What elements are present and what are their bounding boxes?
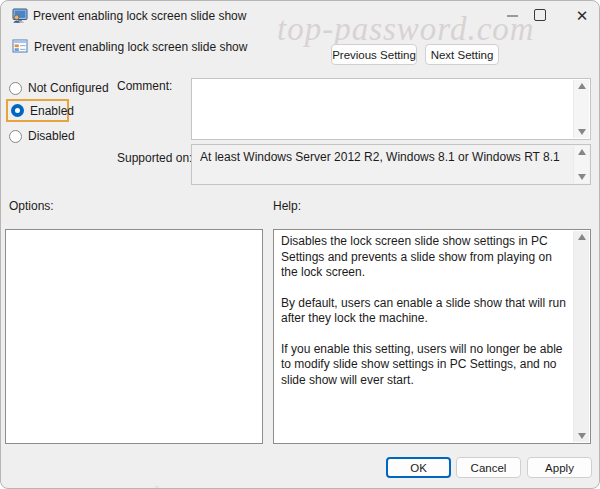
radio-circle-disabled[interactable] [9, 130, 22, 143]
radio-label-enabled: Enabled [30, 104, 74, 118]
supported-on-label: Supported on: [117, 151, 192, 165]
policy-setting-icon [12, 38, 28, 54]
setting-name: Prevent enabling lock screen slide show [34, 39, 247, 55]
close-icon[interactable]: ✕ [571, 4, 593, 28]
gpedit-app-icon [12, 8, 28, 24]
options-pane [5, 229, 263, 444]
watermark-text-bottom: top-password.com [7, 480, 213, 489]
title-bar[interactable]: Prevent enabling lock screen slide show … [1, 1, 599, 31]
scroll-down-icon[interactable] [578, 433, 586, 439]
radio-enabled-highlight[interactable]: Enabled [6, 99, 69, 122]
scroll-up-icon[interactable] [578, 83, 586, 89]
radio-circle-not-configured[interactable] [9, 82, 22, 95]
scroll-up-icon[interactable] [578, 234, 586, 240]
radio-circle-enabled[interactable] [11, 104, 24, 117]
scroll-down-icon[interactable] [578, 174, 586, 180]
help-scrollbar[interactable] [573, 231, 589, 442]
maximize-icon[interactable] [534, 9, 546, 21]
help-pane: Disables the lock screen slide show sett… [273, 229, 591, 444]
radio-label-not-configured: Not Configured [28, 81, 109, 95]
scroll-down-icon[interactable] [578, 129, 586, 135]
supported-on-box: At least Windows Server 2012 R2, Windows… [191, 144, 591, 185]
cancel-button[interactable]: Cancel [456, 457, 521, 478]
comment-label: Comment: [117, 79, 172, 93]
scroll-up-icon[interactable] [578, 149, 586, 155]
minimize-icon[interactable] [507, 15, 518, 17]
help-paragraph: Disables the lock screen slide show sett… [281, 234, 567, 281]
comment-scrollbar[interactable] [573, 80, 589, 138]
window-title: Prevent enabling lock screen slide show [33, 1, 246, 31]
supported-scrollbar[interactable] [573, 146, 589, 183]
apply-button[interactable]: Apply [527, 457, 592, 478]
policy-setting-dialog: top-password.com top-password.com Preven… [0, 0, 600, 489]
help-label: Help: [273, 199, 301, 213]
radio-not-configured[interactable]: Not Configured [9, 81, 109, 95]
radio-label-disabled: Disabled [28, 129, 75, 143]
next-setting-button[interactable]: Next Setting [425, 44, 499, 65]
ok-button[interactable]: OK [386, 457, 451, 478]
help-text: Disables the lock screen slide show sett… [274, 230, 573, 443]
help-paragraph: By default, users can enable a slide sho… [281, 296, 567, 327]
comment-input[interactable] [191, 78, 591, 140]
radio-disabled[interactable]: Disabled [9, 129, 75, 143]
previous-setting-button[interactable]: Previous Setting [331, 44, 417, 65]
help-paragraph: If you enable this setting, users will n… [281, 342, 567, 389]
supported-on-value: At least Windows Server 2012 R2, Windows… [200, 150, 570, 165]
options-label: Options: [9, 199, 54, 213]
